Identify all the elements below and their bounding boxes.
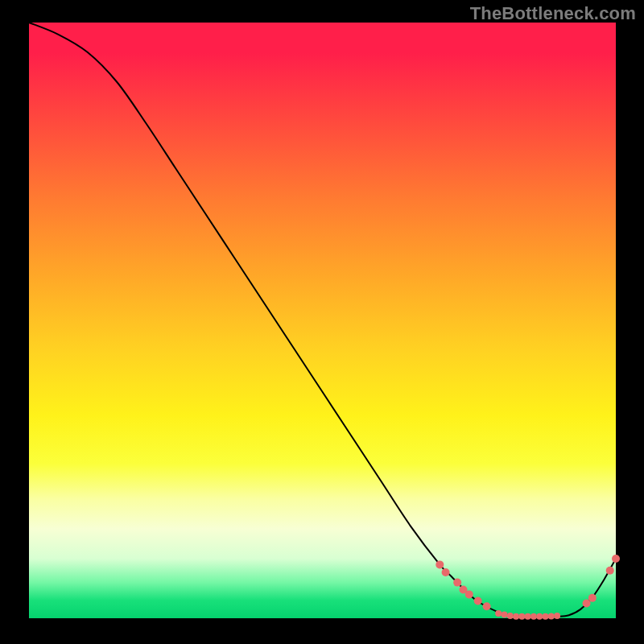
curve-marker [525, 613, 531, 620]
chart-frame: TheBottleneck.com [0, 0, 644, 644]
curve-marker [436, 560, 444, 568]
watermark: TheBottleneck.com [470, 3, 636, 24]
curve-marker [507, 613, 514, 619]
curve-marker [495, 610, 502, 617]
curve-marker [518, 613, 525, 620]
chart-overlay [29, 23, 616, 618]
curve-marker [530, 613, 537, 620]
curve-marker [513, 613, 519, 620]
curve-marker [453, 579, 461, 587]
curve-marker [606, 567, 614, 575]
curve-marker [442, 568, 450, 576]
curve-marker [548, 613, 555, 619]
curve-marker [501, 612, 507, 618]
curve-marker [465, 590, 473, 598]
curve-marker [554, 613, 560, 619]
curve-marker [536, 613, 543, 620]
bottleneck-curve [29, 23, 616, 617]
curve-marker [588, 594, 597, 602]
curve-marker [474, 597, 482, 605]
curve-marker [483, 602, 491, 610]
curve-markers [436, 555, 620, 620]
curve-marker [612, 555, 620, 563]
curve-marker [543, 613, 549, 620]
